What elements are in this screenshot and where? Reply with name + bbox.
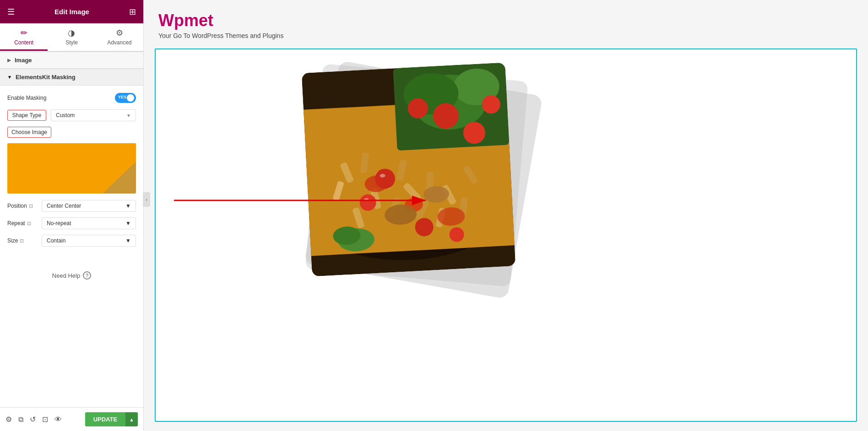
update-dropdown-button[interactable]: ▲ [125,412,138,426]
repeat-row: Repeat ⊡ No-repeat ▼ [7,217,136,229]
layers-icon[interactable]: ⧉ [18,415,23,424]
size-chevron: ▼ [125,237,131,244]
site-title: Wpmet [158,11,853,30]
shape-type-chevron: ▼ [126,113,131,118]
content-tab-label: Content [14,39,33,46]
advanced-tab-icon: ⚙ [116,28,123,38]
shape-type-dropdown[interactable]: Custom ▼ [51,109,136,121]
repeat-label: Repeat ⊡ [7,220,37,226]
masking-section-body: Enable Masking YES Shape Type Custom ▼ [0,86,143,259]
sidebar-content: ▶ Image ▼ ElementsKit Masking Enable Mas… [0,52,143,407]
tab-content[interactable]: ✏ Content [0,23,48,51]
image-collapse-arrow: ▶ [7,58,11,63]
position-value: Center Center [47,203,81,209]
position-chevron: ▼ [125,203,131,209]
sidebar: ☰ Edit Image ⊞ ✏ Content ◑ Style ⚙ Advan… [0,0,144,431]
main-content: Wpmet Your Go To WordPress Themes and Pl… [144,0,868,431]
image-preview [7,143,136,194]
position-dropdown[interactable]: Center Center ▼ [42,200,136,212]
update-button[interactable]: UPDATE [85,412,125,426]
menu-icon[interactable]: ☰ [7,7,15,17]
position-label-text: Position [7,203,27,209]
collapse-button[interactable]: ‹ [143,192,150,207]
image-section-title: Image [15,57,32,64]
style-tab-label: Style [65,39,78,46]
need-help-label: Need Help [52,272,80,279]
position-icon: ⊡ [29,203,33,209]
masking-collapse-arrow: ▼ [7,75,12,80]
style-tab-icon: ◑ [68,28,75,38]
masking-section-title: ElementsKit Masking [16,74,76,81]
image-preview-inner [7,143,136,194]
food-illustration [302,63,516,277]
tab-style[interactable]: ◑ Style [48,23,95,51]
need-help-section: Need Help ? [0,264,143,287]
food-image-container [307,68,545,324]
choose-image-row: Choose Image [7,127,136,138]
advanced-tab-label: Advanced [107,39,131,46]
choose-image-label[interactable]: Choose Image [7,127,51,138]
shape-type-value: Custom [56,112,75,119]
position-row: Position ⊡ Center Center ▼ [7,200,136,212]
size-label: Size ⊡ [7,237,37,244]
enable-masking-label: Enable Masking [7,95,46,101]
help-icon[interactable]: ? [83,271,91,280]
size-label-text: Size [7,237,18,244]
repeat-value: No-repeat [47,220,71,226]
position-label: Position ⊡ [7,203,37,209]
size-row: Size ⊡ Contain ▼ [7,235,136,247]
visibility-icon[interactable]: 👁 [54,415,62,424]
history-icon[interactable]: ↺ [30,415,36,424]
size-dropdown[interactable]: Contain ▼ [42,235,136,247]
size-icon: ⊡ [20,238,24,244]
bottom-icons-group: ⚙ ⧉ ↺ ⊡ 👁 [5,415,62,424]
preview-svg [7,143,136,194]
repeat-label-text: Repeat [7,220,25,226]
site-header: Wpmet Your Go To WordPress Themes and Pl… [144,0,868,44]
toggle-label: YES [118,95,126,99]
sidebar-tabs: ✏ Content ◑ Style ⚙ Advanced [0,23,143,52]
enable-masking-toggle[interactable]: YES [115,93,136,103]
sidebar-header: ☰ Edit Image ⊞ [0,0,143,23]
update-group: UPDATE ▲ [85,412,138,426]
tab-advanced[interactable]: ⚙ Advanced [96,23,143,51]
repeat-dropdown[interactable]: No-repeat ▼ [42,217,136,229]
toggle-slider: YES [115,93,136,103]
sidebar-title: Edit Image [54,8,89,16]
site-subtitle: Your Go To WordPress Themes and Plugins [158,32,853,39]
masking-section-header[interactable]: ▼ ElementsKit Masking [0,69,143,86]
food-image-frame [302,63,516,277]
repeat-icon: ⊡ [27,221,31,226]
content-tab-icon: ✏ [21,28,27,38]
settings-icon[interactable]: ⚙ [5,415,12,424]
canvas-area [155,48,857,422]
repeat-chevron: ▼ [125,220,131,226]
grid-icon[interactable]: ⊞ [129,7,136,17]
shape-type-row: Shape Type Custom ▼ [7,109,136,121]
size-value: Contain [47,237,65,244]
image-section-header[interactable]: ▶ Image [0,52,143,69]
responsive-icon[interactable]: ⊡ [42,415,48,424]
sidebar-bottom: ⚙ ⧉ ↺ ⊡ 👁 UPDATE ▲ [0,407,143,431]
enable-masking-row: Enable Masking YES [7,93,136,103]
shape-type-label: Shape Type [7,110,46,121]
